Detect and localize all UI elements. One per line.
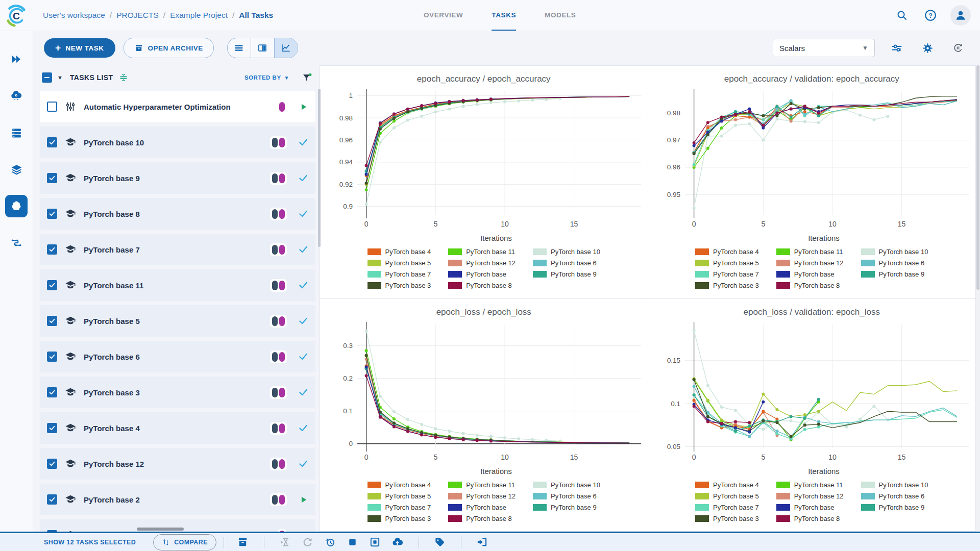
chart-plot-area[interactable]: 0.950.960.970.98051015Iterations [653,84,970,245]
view-table-button[interactable] [228,38,251,58]
legend-item[interactable]: PyTorch base 7 [695,269,759,280]
chart-plot-area[interactable]: 0.050.10.15051015Iterations [653,317,970,479]
legend-item[interactable]: PyTorch base 3 [695,280,759,291]
task-checkbox[interactable] [47,459,57,469]
selection-dropdown-caret[interactable]: ▼ [57,74,63,81]
legend-item[interactable]: PyTorch base 9 [533,502,600,513]
charts-scrollbar-track[interactable] [976,65,980,532]
view-split-button[interactable] [251,38,275,58]
task-row[interactable]: Automatic Hyperparameter Optimization [40,91,315,122]
chart-plot-area[interactable]: 0.90.920.940.960.981051015Iterations [326,84,642,245]
legend-item[interactable]: PyTorch base 9 [533,269,600,280]
metric-view-select[interactable]: Scalars ▼ [773,39,875,57]
legend-item[interactable]: PyTorch base 11 [448,480,516,490]
task-row[interactable]: PyTorch base 6 [40,341,315,372]
legend-item[interactable]: PyTorch base 7 [368,502,431,513]
legend-item[interactable]: PyTorch base 7 [368,269,431,280]
legend-item[interactable]: PyTorch base 8 [776,280,844,291]
task-checkbox[interactable] [47,280,57,290]
task-row[interactable]: PyTorch base 3 [40,377,315,408]
task-checkbox[interactable] [47,387,57,397]
sidebar-item-datasets[interactable] [5,158,28,181]
legend-item[interactable]: PyTorch base 4 [368,480,431,490]
legend-item[interactable]: PyTorch base 11 [776,246,844,257]
legend-item[interactable]: PyTorch base 4 [695,480,759,490]
collapse-rows-icon[interactable] [118,72,129,83]
chart-card-1[interactable]: epoch_accuracy / validation: epoch_accur… [648,66,976,298]
chart-card-0[interactable]: epoch_accuracy / epoch_accuracy0.90.920.… [320,66,648,298]
filter-icon[interactable] [302,72,312,83]
tasks-horizontal-scrollbar[interactable] [137,528,184,531]
sidebar-item-serving[interactable] [5,85,28,107]
charts-scrollbar-thumb[interactable] [976,65,979,290]
abort-icon[interactable] [344,535,361,549]
legend-item[interactable]: PyTorch base 3 [368,513,431,524]
tasks-vertical-scrollbar[interactable] [318,89,321,247]
sidebar-item-projects[interactable] [5,195,28,217]
legend-item[interactable]: PyTorch base 5 [695,258,759,268]
task-checkbox[interactable] [47,494,57,505]
breadcrumb-projects[interactable]: PROJECTS [116,11,159,20]
auto-refresh-icon[interactable] [949,39,967,57]
open-archive-button[interactable]: OPEN ARCHIVE [124,38,214,58]
legend-item[interactable]: PyTorch base 10 [533,246,600,257]
task-row[interactable]: PyTorch base 11 [40,269,315,301]
legend-item[interactable]: PyTorch base 8 [448,280,516,291]
task-row[interactable]: PyTorch base 10 [40,127,315,158]
search-icon[interactable] [893,7,911,24]
task-checkbox[interactable] [47,137,57,147]
archive-icon[interactable] [234,535,252,549]
chart-card-2[interactable]: epoch_loss / epoch_loss00.10.20.3051015I… [320,299,648,532]
legend-item[interactable]: PyTorch base 11 [776,480,844,490]
legend-item[interactable]: PyTorch base [448,269,516,280]
tab-models[interactable]: MODELS [545,0,576,31]
task-checkbox[interactable] [47,102,57,112]
legend-item[interactable]: PyTorch base 4 [368,246,431,257]
legend-item[interactable]: PyTorch base 10 [861,480,928,490]
task-row[interactable]: PyTorch base 12 [40,448,315,480]
help-icon[interactable]: ? [922,7,939,24]
compare-button[interactable]: COMPARE [153,534,216,550]
legend-item[interactable]: PyTorch base 9 [861,502,928,513]
legend-item[interactable]: PyTorch base 7 [695,502,759,513]
task-checkbox[interactable] [47,244,57,255]
settings-gear-icon[interactable] [919,39,936,57]
breadcrumb-workspace[interactable]: User's workspace [43,11,105,20]
task-checkbox[interactable] [47,423,57,433]
task-row[interactable]: PyTorch base 2 [40,484,315,515]
legend-item[interactable]: PyTorch base 4 [695,246,759,257]
sidebar-item-queues[interactable] [5,121,28,144]
legend-item[interactable]: PyTorch base 5 [695,491,759,502]
legend-item[interactable]: PyTorch base 8 [448,513,516,524]
legend-item[interactable]: PyTorch base 10 [533,480,600,490]
breadcrumb-example-project[interactable]: Example Project [170,11,228,20]
legend-item[interactable]: PyTorch base 8 [776,513,844,524]
task-row[interactable]: PyTorch base 9 [40,162,315,194]
legend-item[interactable]: PyTorch base 9 [861,269,928,280]
legend-item[interactable]: PyTorch base 10 [861,246,928,257]
sorted-by-button[interactable]: SORTED BY ▼ [244,74,289,81]
legend-item[interactable]: PyTorch base 5 [368,258,431,268]
view-charts-button[interactable] [275,38,298,58]
task-row[interactable]: PyTorch base 4 [40,412,315,444]
legend-item[interactable]: PyTorch base 6 [533,258,600,268]
task-row[interactable]: PyTorch base 5 [40,305,315,337]
legend-item[interactable]: PyTorch base 6 [533,491,600,502]
legend-item[interactable]: PyTorch base 12 [448,258,516,268]
legend-item[interactable]: PyTorch base 3 [695,513,759,524]
abort-children-icon[interactable] [366,535,384,549]
select-all-checkbox[interactable] [42,72,52,83]
task-checkbox[interactable] [47,173,57,183]
task-row[interactable]: PyTorch base 8 [40,198,315,230]
legend-item[interactable]: PyTorch base 12 [776,491,844,502]
sidebar-item-pipelines[interactable] [5,232,28,254]
legend-item[interactable]: PyTorch base 3 [368,280,431,291]
new-task-button[interactable]: + NEW TASK [44,38,115,58]
legend-item[interactable]: PyTorch base 12 [448,491,516,502]
legend-item[interactable]: PyTorch base [448,502,516,513]
chart-card-3[interactable]: epoch_loss / validation: epoch_loss0.050… [648,299,976,532]
chart-plot-area[interactable]: 00.10.20.3051015Iterations [326,317,642,479]
revert-icon[interactable] [322,535,339,549]
graph-settings-icon[interactable] [888,39,905,57]
legend-item[interactable]: PyTorch base 12 [776,258,844,268]
